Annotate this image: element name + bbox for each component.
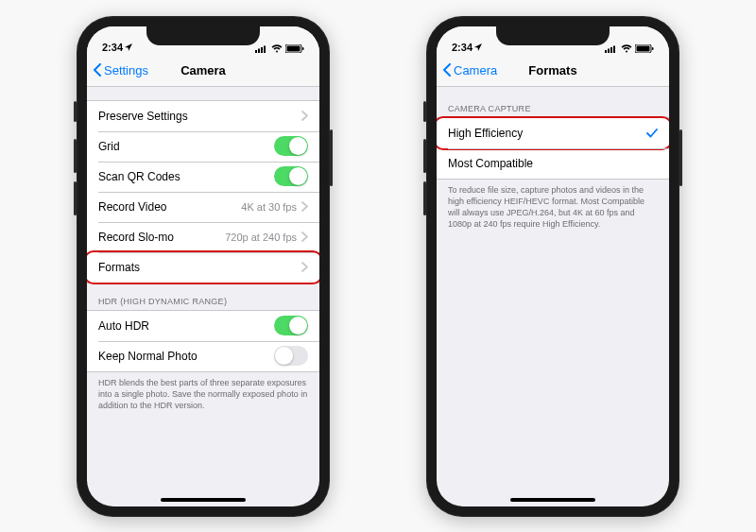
cell-label: Formats	[98, 261, 140, 274]
cell-most-compatible[interactable]: Most Compatible	[437, 148, 669, 179]
nav-bar: Camera Formats	[437, 55, 669, 87]
svg-rect-7	[605, 50, 607, 53]
home-indicator[interactable]	[161, 498, 246, 502]
toggle-switch[interactable]	[274, 166, 308, 186]
svg-rect-3	[264, 45, 266, 53]
cell-record-video[interactable]: Record Video4K at 30 fps	[87, 192, 319, 222]
phone-right: 2:34 Camera Form	[426, 16, 679, 517]
cell-scan-qr-codes[interactable]: Scan QR Codes	[87, 162, 319, 192]
cell-preserve-settings[interactable]: Preserve Settings	[87, 101, 319, 131]
phone-left: 2:34 Settings Ca	[77, 16, 330, 517]
checkmark-icon	[646, 129, 658, 138]
home-indicator[interactable]	[510, 498, 595, 502]
wifi-icon	[271, 44, 283, 53]
section-header-capture: CAMERA CAPTURE	[437, 87, 669, 117]
svg-rect-12	[637, 45, 650, 51]
cell-label: Record Video	[98, 200, 167, 214]
signal-icon	[255, 44, 268, 53]
svg-rect-9	[610, 47, 612, 53]
battery-icon	[635, 44, 654, 53]
chevron-right-icon	[301, 232, 308, 242]
cell-high-efficiency[interactable]: High Efficiency	[437, 118, 669, 148]
svg-rect-2	[261, 47, 263, 53]
toggle-switch[interactable]	[274, 316, 308, 335]
chevron-right-icon	[301, 262, 308, 272]
footer-capture: To reduce file size, capture photos and …	[437, 180, 669, 240]
cell-formats[interactable]: Formats	[87, 252, 319, 283]
back-button[interactable]: Settings	[93, 63, 148, 77]
svg-rect-13	[652, 47, 654, 50]
wifi-icon	[621, 44, 632, 53]
cell-label: Preserve Settings	[98, 110, 188, 123]
back-button[interactable]: Camera	[442, 63, 497, 77]
cell-label: High Efficiency	[448, 127, 523, 140]
group-camera: Preserve SettingsGridScan QR CodesRecord…	[87, 100, 319, 283]
cell-auto-hdr[interactable]: Auto HDR	[87, 311, 319, 341]
cell-label: Keep Normal Photo	[98, 350, 198, 363]
chevron-right-icon	[301, 111, 308, 121]
cell-grid[interactable]: Grid	[87, 131, 319, 162]
svg-rect-0	[255, 50, 257, 53]
chevron-right-icon	[301, 201, 308, 212]
nav-bar: Settings Camera	[87, 55, 319, 87]
cell-label: Record Slo-mo	[98, 231, 174, 244]
back-label: Camera	[454, 63, 497, 77]
battery-icon	[285, 44, 304, 53]
cell-label: Auto HDR	[98, 319, 149, 333]
svg-rect-10	[613, 45, 615, 53]
back-label: Settings	[104, 63, 148, 77]
location-icon	[125, 43, 132, 51]
cell-label: Most Compatible	[448, 157, 533, 170]
footer-hdr: HDR blends the best parts of three separ…	[87, 372, 319, 420]
cell-detail: 4K at 30 fps	[241, 201, 297, 213]
svg-rect-8	[608, 48, 610, 53]
svg-rect-1	[258, 48, 260, 53]
signal-icon	[605, 44, 618, 53]
status-time: 2:34	[452, 42, 472, 53]
cell-label: Scan QR Codes	[98, 170, 180, 183]
toggle-switch[interactable]	[274, 346, 308, 366]
section-header-hdr: HDR (HIGH DYNAMIC RANGE)	[87, 283, 319, 310]
toggle-switch[interactable]	[274, 136, 308, 156]
cell-keep-normal-photo[interactable]: Keep Normal Photo	[87, 341, 319, 371]
location-icon	[474, 43, 482, 51]
group-hdr: Auto HDRKeep Normal Photo	[87, 310, 319, 372]
svg-rect-6	[302, 47, 304, 50]
svg-rect-5	[287, 45, 301, 51]
cell-record-slo-mo[interactable]: Record Slo-mo720p at 240 fps	[87, 222, 319, 252]
cell-detail: 720p at 240 fps	[225, 232, 297, 243]
cell-label: Grid	[98, 140, 120, 153]
status-time: 2:34	[102, 42, 123, 53]
group-capture: High EfficiencyMost Compatible	[437, 117, 669, 180]
